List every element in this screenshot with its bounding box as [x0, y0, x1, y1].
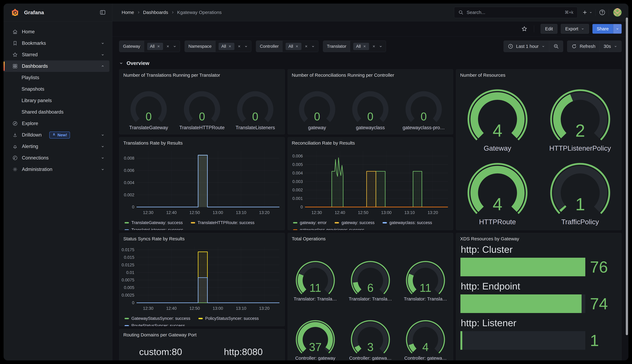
- clear-filter-icon[interactable]: [166, 45, 170, 48]
- breadcrumb-home[interactable]: Home: [122, 10, 134, 15]
- svg-text:0: 0: [421, 110, 427, 123]
- sidebar-item-home[interactable]: Home: [4, 26, 109, 38]
- legend-item-policystatussyncer-success[interactable]: PolicyStatusSyncer: success: [198, 316, 259, 321]
- panel-title[interactable]: Number of Resources: [456, 70, 621, 79]
- remove-value-icon[interactable]: [363, 45, 366, 48]
- panel-routing-domains: Routing Domains per Gateway Port custom:…: [119, 329, 285, 360]
- sidebar-item-alerting[interactable]: Alerting: [4, 141, 109, 152]
- panel-title[interactable]: Status Syncs Rate by Results: [119, 233, 285, 242]
- chevron-down-icon[interactable]: [379, 44, 383, 48]
- filter-value-chip[interactable]: All: [219, 43, 234, 50]
- gauge-translatehttproute: 0TranslateHTTPRoute: [177, 88, 227, 130]
- sidebar-item-dashboards[interactable]: Dashboards: [4, 60, 109, 72]
- svg-text:12:40: 12:40: [166, 210, 177, 215]
- help-icon[interactable]: [599, 9, 606, 16]
- sidebar-item-playlists[interactable]: Playlists: [4, 72, 109, 83]
- gauge-trafficpolicy: 1TrafficPolicy: [540, 159, 620, 226]
- gauge-label: Controller: gatewa…: [349, 356, 392, 360]
- clear-filter-icon[interactable]: [304, 45, 308, 48]
- panel-title[interactable]: Total Operations: [288, 233, 453, 242]
- edit-button[interactable]: Edit: [541, 24, 557, 34]
- avatar[interactable]: [613, 8, 621, 16]
- refresh-interval-picker[interactable]: 30s: [599, 41, 621, 52]
- panel-title[interactable]: Number of Translations Running per Trans…: [119, 70, 285, 79]
- export-button[interactable]: Export: [561, 24, 589, 34]
- grid-icon: [12, 64, 18, 69]
- refresh-button[interactable]: Refresh: [567, 41, 599, 52]
- sidebar-item-drilldown[interactable]: DrilldownNew!: [4, 129, 109, 141]
- svg-text:13:20: 13:20: [259, 306, 269, 311]
- filter-value-chip[interactable]: All: [147, 43, 163, 50]
- collapse-sidebar-icon[interactable]: [99, 9, 106, 16]
- panel-title[interactable]: Translations Rate by Results: [119, 137, 285, 146]
- panel-title[interactable]: XDS Resources by Gateway: [456, 233, 621, 242]
- zoom-out-button[interactable]: [549, 41, 563, 52]
- panel-title[interactable]: Routing Domains per Gateway Port: [119, 329, 285, 338]
- chart-reconciliation_rate: 00.0010.0020.0030.0040.0050.00612:3012:4…: [289, 147, 450, 220]
- remove-value-icon[interactable]: [157, 45, 160, 48]
- legend-item-gateway-error[interactable]: gateway: error: [293, 220, 327, 225]
- svg-text:0.015: 0.015: [124, 255, 134, 260]
- gauge-httplistenerpolicy: 2HTTPListenerPolicy: [540, 86, 620, 152]
- svg-text:13:00: 13:00: [381, 210, 391, 215]
- sidebar-item-label: Alerting: [22, 144, 38, 149]
- row-overview-toggle[interactable]: Overview: [119, 57, 621, 69]
- search-input[interactable]: [466, 10, 562, 15]
- grafana-app: Grafana HomeBookmarksStarredDashboardsPl…: [4, 4, 628, 360]
- sidebar-item-administration[interactable]: Administration: [4, 164, 109, 175]
- chevron-down-icon[interactable]: [311, 44, 315, 48]
- breadcrumb-dashboards[interactable]: Dashboards: [143, 10, 168, 15]
- remove-value-icon[interactable]: [228, 45, 232, 48]
- panel-title[interactable]: Reconciliation Rate by Results: [288, 137, 453, 146]
- panel-title[interactable]: Number of Reconciliations Running per Co…: [288, 70, 453, 79]
- sidebar-item-starred[interactable]: Starred: [4, 49, 109, 60]
- add-button[interactable]: [582, 10, 592, 15]
- legend-item-translategateway-success[interactable]: TranslateGateway: success: [125, 220, 183, 225]
- scrollbar[interactable]: [626, 18, 628, 335]
- sidebar-item-bookmarks[interactable]: Bookmarks: [4, 38, 109, 49]
- legend-item-routestatussyncer-success[interactable]: RouteStatusSyncer: success: [125, 324, 185, 326]
- share-menu-caret[interactable]: [613, 24, 621, 34]
- legend-item-gateway-success[interactable]: gateway: success: [335, 220, 375, 225]
- gauge-label: HTTPListenerPolicy: [549, 144, 611, 152]
- chevron-down-icon[interactable]: [244, 44, 248, 48]
- svg-text:0.005: 0.005: [124, 285, 134, 290]
- legend-item-translatelisteners-success[interactable]: TranslateListeners: success: [125, 228, 183, 230]
- plug-icon: [12, 155, 18, 161]
- legend-item-translatehttproute-success[interactable]: TranslateHTTPRoute: success: [191, 220, 254, 225]
- share-button[interactable]: Share: [592, 24, 621, 34]
- sidebar-item-shared-dashboards[interactable]: Shared dashboards: [4, 106, 109, 118]
- svg-text:1: 1: [575, 194, 585, 214]
- clear-filter-icon[interactable]: [237, 45, 241, 48]
- panel-reconciliation-rate: Reconciliation Rate by Results 00.0010.0…: [288, 137, 453, 230]
- svg-text:0.0025: 0.0025: [122, 293, 134, 298]
- sidebar-item-snapshots[interactable]: Snapshots: [4, 83, 109, 95]
- sidebar-item-library-panels[interactable]: Library panels: [4, 95, 109, 106]
- remove-value-icon[interactable]: [295, 45, 299, 48]
- sidebar-item-label: Playlists: [22, 75, 39, 80]
- svg-text:0: 0: [132, 205, 134, 209]
- svg-text:0.0175: 0.0175: [122, 248, 134, 252]
- legend-item-gatewayclass-provisioner-success[interactable]: gatewayclass-provisioner: success: [293, 228, 364, 230]
- search-bar[interactable]: ⌘+k: [454, 7, 577, 18]
- legend-item-gatewayclass-success[interactable]: gatewayclass: success: [383, 220, 432, 225]
- sidebar-item-explore[interactable]: Explore: [4, 118, 109, 129]
- sidebar-item-connections[interactable]: Connections: [4, 152, 109, 164]
- svg-text:0.006: 0.006: [124, 168, 134, 173]
- legend-item-gatewaystatussyncer-success[interactable]: GatewayStatusSyncer: success: [125, 316, 190, 321]
- svg-text:13:20: 13:20: [259, 210, 269, 215]
- filter-value-chip[interactable]: All: [285, 43, 301, 50]
- sidebar-item-label: Connections: [22, 155, 49, 161]
- panel-status-syncs-rate: Status Syncs Rate by Results 00.00250.00…: [119, 233, 285, 326]
- svg-text:0: 0: [146, 110, 152, 123]
- chevron-down-icon: [101, 133, 105, 137]
- search-icon: [458, 10, 464, 15]
- chevron-down-icon[interactable]: [173, 44, 177, 48]
- filter-value-chip[interactable]: All: [353, 43, 369, 50]
- clear-filter-icon[interactable]: [372, 45, 376, 48]
- star-icon[interactable]: [521, 26, 527, 32]
- svg-text:12:50: 12:50: [358, 210, 368, 215]
- sidebar-item-label: Drilldown: [22, 132, 42, 138]
- time-range-picker[interactable]: Last 1 hour: [504, 41, 549, 52]
- bar-http-listener: http: Listener 1: [460, 317, 617, 350]
